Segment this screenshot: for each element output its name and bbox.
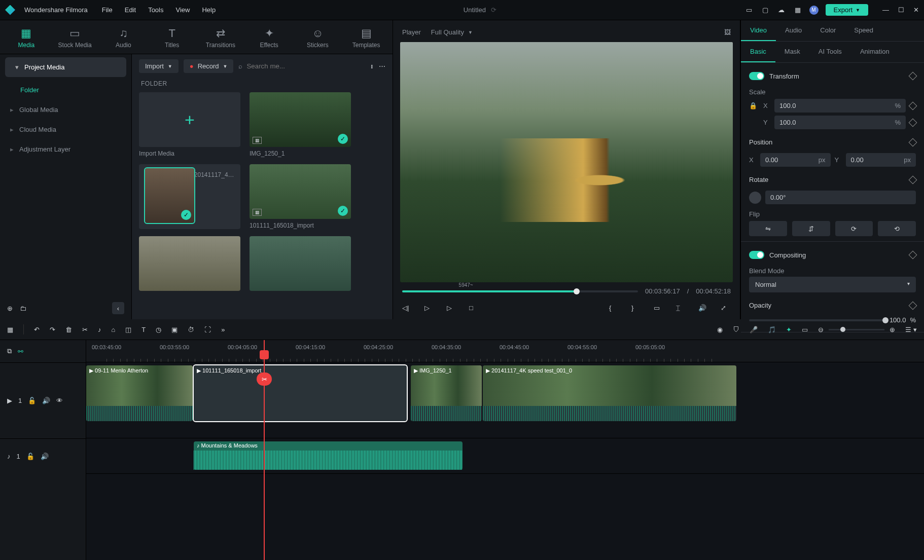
avatar[interactable]: M xyxy=(809,6,819,15)
timeline-clip[interactable]: ▶ 101111_165018_import xyxy=(194,365,407,421)
filter-icon[interactable]: ⫾ xyxy=(370,62,374,70)
tag-icon[interactable]: ⌂ xyxy=(112,326,116,333)
mute-icon[interactable]: 🔊 xyxy=(41,453,49,460)
rotate-dial[interactable] xyxy=(749,192,761,204)
export-button[interactable]: Export▼ xyxy=(826,4,869,16)
save-icon[interactable]: ▢ xyxy=(761,6,770,15)
mark-out-button[interactable]: } xyxy=(631,304,642,314)
subtab-basic[interactable]: Basic xyxy=(741,42,775,62)
expand-icon[interactable]: ⛶ xyxy=(204,326,211,333)
playhead[interactable]: ✂ xyxy=(264,340,265,560)
collapse-sidebar-button[interactable]: ‹ xyxy=(112,302,124,314)
fullscreen-icon[interactable]: ⤢ xyxy=(721,304,731,314)
mute-icon[interactable]: 🔊 xyxy=(42,397,50,404)
rotate-input[interactable]: 0.00° xyxy=(765,191,916,204)
timeline-options-icon[interactable]: ⧉ xyxy=(7,347,12,355)
scissors-icon[interactable]: ✂ xyxy=(257,372,272,386)
sidebar-adjustment-layer[interactable]: ▸Adjustment Layer xyxy=(0,139,131,159)
module-transitions[interactable]: ⇄Transitions xyxy=(196,23,245,54)
tab-audio[interactable]: Audio xyxy=(776,20,811,41)
music-icon[interactable]: 🎵 xyxy=(768,326,776,333)
keyframe-icon[interactable] xyxy=(909,72,917,81)
folder-icon[interactable]: 🗀 xyxy=(20,305,26,312)
sync-icon[interactable]: ⟳ xyxy=(491,6,496,14)
camera-icon[interactable]: ⌶ xyxy=(676,304,686,314)
subtab-animation[interactable]: Animation xyxy=(851,42,899,62)
keyframe-icon[interactable] xyxy=(909,175,917,184)
timeline-clip[interactable]: ▶ IMG_1250_1 xyxy=(411,365,482,421)
keyframe-icon[interactable] xyxy=(909,101,917,110)
lock-icon[interactable]: 🔒 xyxy=(749,102,759,109)
redo-button[interactable]: ↷ xyxy=(50,326,55,333)
subtab-mask[interactable]: Mask xyxy=(775,42,809,62)
zoom-slider[interactable] xyxy=(829,329,884,330)
mark-in-button[interactable]: { xyxy=(609,304,619,314)
link-icon[interactable]: ⚯ xyxy=(18,348,23,355)
record-dropdown[interactable]: ●Record▼ xyxy=(184,59,234,73)
import-dropdown[interactable]: Import▼ xyxy=(139,59,179,73)
media-thumb[interactable] xyxy=(250,236,351,294)
progress-bar[interactable]: 5947~ xyxy=(402,290,638,292)
module-stock-media[interactable]: ▭Stock Media xyxy=(51,23,99,54)
position-y-input[interactable]: 0.00px xyxy=(846,153,916,167)
transform-toggle[interactable] xyxy=(749,72,764,80)
menu-edit[interactable]: Edit xyxy=(125,6,136,14)
speed-icon[interactable]: ◷ xyxy=(156,326,161,333)
import-media-tile[interactable]: + Import Media xyxy=(139,92,240,157)
play-pause-button[interactable]: ▷ xyxy=(424,304,435,314)
lock-icon[interactable]: 🔓 xyxy=(26,453,34,460)
stop-button[interactable]: □ xyxy=(469,304,479,314)
sidebar-project-media[interactable]: ▾Project Media xyxy=(5,57,126,77)
new-folder-icon[interactable]: ⊕ xyxy=(7,305,13,312)
search-input[interactable] xyxy=(246,62,307,70)
crop-icon[interactable]: ◫ xyxy=(125,326,131,333)
text-icon[interactable]: T xyxy=(141,326,146,333)
ratio-icon[interactable]: ▭ xyxy=(802,326,808,333)
snapshot-icon[interactable]: 🖼 xyxy=(724,28,731,36)
cloud-icon[interactable]: ☁ xyxy=(777,6,786,15)
zoom-in-button[interactable]: ⊕ xyxy=(890,326,895,333)
next-frame-button[interactable]: ▷ xyxy=(447,304,457,314)
timeline-clip[interactable]: ▶ 09-11 Menlo Atherton xyxy=(86,365,193,421)
keyframe-icon[interactable] xyxy=(909,301,917,310)
split-button[interactable]: ✂ xyxy=(82,326,88,333)
sidebar-global-media[interactable]: ▸Global Media xyxy=(0,100,131,120)
audio-clip[interactable]: ♪ Mountains & Meadows xyxy=(194,441,463,470)
audio-icon[interactable]: ♪ xyxy=(98,326,101,333)
scale-y-input[interactable]: 100.0% xyxy=(774,116,906,129)
effect-icon[interactable]: ✦ xyxy=(786,326,792,333)
media-thumb[interactable] xyxy=(139,236,240,294)
color-icon[interactable]: ▣ xyxy=(171,326,177,333)
menu-view[interactable]: View xyxy=(175,6,190,14)
menu-file[interactable]: File xyxy=(102,6,113,14)
preview-viewport[interactable] xyxy=(400,42,733,282)
marker-icon[interactable]: ◉ xyxy=(717,326,723,333)
opacity-slider[interactable] xyxy=(749,319,885,321)
apps-icon[interactable]: ▦ xyxy=(793,6,802,15)
zoom-out-button[interactable]: ⊖ xyxy=(818,326,824,333)
media-thumb[interactable]: ▦✓ IMG_1250_1 xyxy=(250,92,351,157)
device-icon[interactable]: ▭ xyxy=(744,6,754,15)
delete-button[interactable]: 🗑 xyxy=(65,326,72,333)
shield-icon[interactable]: ⛉ xyxy=(733,326,739,333)
subtab-aitools[interactable]: AI Tools xyxy=(809,42,851,62)
keyframe-icon[interactable] xyxy=(909,138,917,146)
rotate-ccw-button[interactable]: ⟲ xyxy=(878,221,916,236)
module-titles[interactable]: TTitles xyxy=(148,23,196,54)
mic-icon[interactable]: 🎤 xyxy=(750,326,758,333)
more-icon[interactable]: » xyxy=(221,326,225,333)
module-media[interactable]: ▦Media xyxy=(2,23,51,54)
tab-speed[interactable]: Speed xyxy=(845,20,882,41)
scale-x-input[interactable]: 100.0% xyxy=(774,99,906,113)
timer-icon[interactable]: ⏱ xyxy=(188,326,194,333)
volume-icon[interactable]: 🔊 xyxy=(698,304,708,314)
keyframe-icon[interactable] xyxy=(909,251,917,259)
module-stickers[interactable]: ☺Stickers xyxy=(294,23,342,54)
compositing-toggle[interactable] xyxy=(749,251,764,259)
display-icon[interactable]: ▭ xyxy=(654,304,664,314)
module-templates[interactable]: ▤Templates xyxy=(342,23,390,54)
lock-icon[interactable]: 🔓 xyxy=(28,397,36,404)
media-thumb[interactable]: ▦✓ 101111_165018_import xyxy=(250,164,351,229)
quality-dropdown[interactable]: Full Quality▼ xyxy=(431,28,473,36)
sidebar-cloud-media[interactable]: ▸Cloud Media xyxy=(0,120,131,139)
